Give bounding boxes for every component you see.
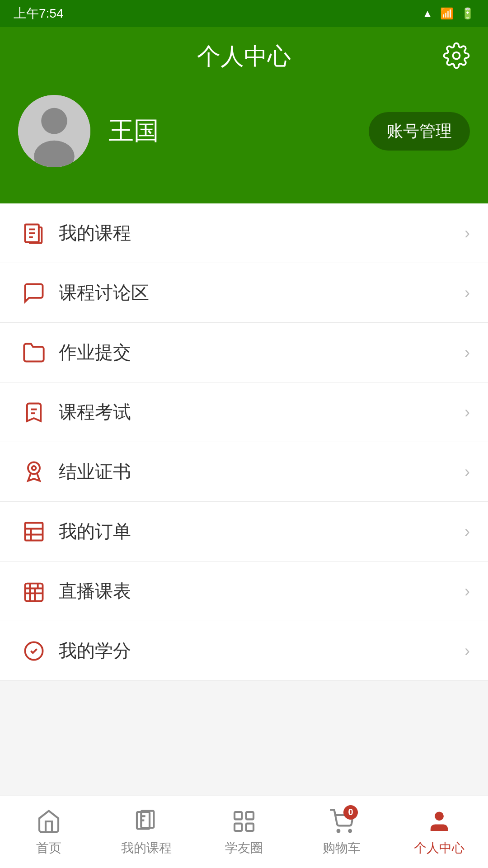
cart-badge: 0 — [343, 805, 358, 820]
svg-point-27 — [338, 830, 340, 832]
nav-cart-label: 购物车 — [323, 840, 361, 857]
person-icon — [426, 808, 453, 835]
svg-rect-26 — [246, 823, 253, 830]
chevron-right-icon: › — [465, 343, 470, 362]
status-bar: 上午7:54 ▲ 📶 🔋 — [0, 0, 488, 27]
status-time: 上午7:54 — [14, 5, 64, 22]
orders-label: 我的订单 — [59, 519, 465, 544]
header-top: 个人中心 — [18, 41, 470, 72]
nav-item-my-courses[interactable]: 我的课程 — [98, 796, 195, 868]
menu-item-my-courses[interactable]: 我的课程 › — [0, 203, 488, 263]
orders-icon — [18, 520, 50, 543]
menu-item-discussion[interactable]: 课程讨论区 › — [0, 263, 488, 323]
svg-rect-25 — [235, 823, 242, 830]
nav-item-home[interactable]: 首页 — [0, 796, 98, 868]
certificate-icon — [18, 460, 50, 484]
settings-button[interactable] — [443, 42, 470, 71]
chevron-right-icon: › — [465, 224, 470, 243]
username: 王国 — [108, 114, 351, 148]
svg-point-2 — [41, 108, 67, 134]
menu-item-exam[interactable]: 课程考试 › — [0, 382, 488, 442]
discussion-icon — [18, 281, 50, 305]
certificate-label: 结业证书 — [59, 459, 465, 484]
nav-item-cart[interactable]: 0 购物车 — [293, 796, 390, 868]
my-courses-icon — [18, 222, 50, 245]
schedule-label: 直播课表 — [59, 579, 465, 604]
discussion-label: 课程讨论区 — [59, 280, 465, 305]
nav-friends-label: 学友圈 — [225, 840, 263, 857]
homework-icon — [18, 341, 50, 364]
status-icons: ▲ 📶 🔋 — [422, 7, 474, 20]
bottom-navigation: 首页 我的课程 学友圈 — [0, 796, 488, 868]
chevron-right-icon: › — [465, 462, 470, 481]
exam-label: 课程考试 — [59, 400, 465, 425]
battery-icon: 🔋 — [461, 7, 474, 20]
svg-rect-13 — [25, 583, 43, 601]
cart-icon: 0 — [328, 808, 355, 835]
chevron-right-icon: › — [465, 582, 470, 601]
svg-rect-9 — [25, 523, 43, 540]
exam-icon — [18, 401, 50, 424]
chevron-right-icon: › — [465, 522, 470, 541]
header: 个人中心 王国 账号管理 — [0, 27, 488, 203]
menu-item-orders[interactable]: 我的订单 › — [0, 502, 488, 561]
schedule-icon — [18, 580, 50, 603]
svg-point-8 — [32, 466, 36, 470]
menu-item-schedule[interactable]: 直播课表 › — [0, 561, 488, 621]
profile-section: 王国 账号管理 — [18, 95, 470, 176]
my-courses-label: 我的课程 — [59, 221, 465, 245]
menu-list: 我的课程 › 课程讨论区 › 作业提交 › 课程考试 › — [0, 203, 488, 681]
nav-item-friends[interactable]: 学友圈 — [195, 796, 293, 868]
svg-rect-23 — [235, 812, 242, 819]
menu-item-homework[interactable]: 作业提交 › — [0, 323, 488, 382]
chevron-right-icon: › — [465, 403, 470, 422]
svg-point-7 — [28, 462, 40, 474]
nav-my-courses-label: 我的课程 — [121, 840, 172, 857]
chevron-right-icon: › — [465, 283, 470, 302]
bookmark-icon — [133, 808, 160, 835]
svg-point-0 — [453, 52, 460, 59]
signal-icon: ▲ — [422, 7, 433, 20]
account-management-button[interactable]: 账号管理 — [369, 112, 470, 151]
homework-label: 作业提交 — [59, 340, 465, 365]
svg-point-28 — [349, 830, 351, 832]
svg-point-29 — [435, 812, 444, 821]
nav-profile-label: 个人中心 — [414, 840, 465, 857]
credits-label: 我的学分 — [59, 638, 465, 663]
menu-item-certificate[interactable]: 结业证书 › — [0, 442, 488, 502]
nav-home-label: 首页 — [36, 840, 61, 857]
avatar — [18, 95, 90, 167]
menu-item-credits[interactable]: 我的学分 › — [0, 621, 488, 681]
svg-rect-22 — [141, 811, 154, 827]
nav-item-profile[interactable]: 个人中心 — [390, 796, 488, 868]
chevron-right-icon: › — [465, 642, 470, 660]
home-icon — [35, 808, 62, 835]
credits-icon — [18, 639, 50, 663]
apps-icon — [230, 808, 258, 835]
page-title: 个人中心 — [197, 41, 291, 72]
svg-rect-24 — [246, 812, 253, 819]
wifi-icon: 📶 — [440, 7, 454, 20]
